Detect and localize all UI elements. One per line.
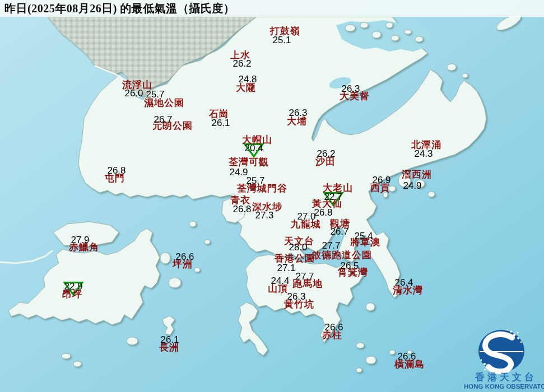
station-label: 荃灣可觀 (229, 157, 269, 167)
station-value: 26.3 (341, 84, 360, 94)
station-value: 24.9 (403, 181, 421, 190)
station-value: 26.2 (233, 59, 251, 68)
station-value: 24.9 (229, 167, 248, 177)
station-label: 滘西洲 (402, 170, 432, 179)
station-value: 25.7 (146, 90, 164, 99)
station-value: 27.3 (255, 211, 273, 220)
station-label: 香港公園 (275, 254, 315, 263)
station-value: 26.6 (175, 252, 194, 262)
station-value: 27.7 (295, 272, 314, 281)
station-value: 26.8 (107, 166, 125, 175)
station-value: 26.1 (160, 335, 179, 344)
station-value: 24.3 (414, 149, 433, 158)
station-value: 25.4 (354, 231, 373, 241)
station-value: 25.7 (246, 176, 264, 185)
station-value: 28.0 (289, 242, 307, 252)
station-value: 27.1 (277, 263, 295, 273)
station-value: 22.9 (64, 282, 82, 291)
hko-logo-name-chinese: 香港天文台 (467, 372, 544, 382)
station-value: 25.1 (272, 35, 291, 45)
station-value: 26.7 (330, 227, 348, 236)
station-value: 26.1 (211, 118, 230, 128)
station-value: 26.3 (287, 292, 305, 301)
station-value: 22.7 (324, 192, 342, 202)
weather-map-page: 昨日(2025年08月26日) 的最低氣溫（攝氏度） 25.1打鼓嶺26.2上水… (0, 0, 544, 392)
station-value: 26.8 (314, 208, 332, 217)
station-value: 26.5 (340, 261, 359, 270)
station-value: 27.7 (322, 241, 340, 250)
station-value: 26.0 (124, 88, 143, 98)
station-value: 26.6 (324, 323, 343, 332)
ma-wan-island (189, 221, 196, 227)
station-value: 26.6 (397, 352, 416, 361)
station-value: 24.8 (238, 74, 257, 84)
hko-logo-name-english: HONG KONG OBSERVATORY (464, 384, 544, 390)
station-value: 24.4 (271, 276, 289, 286)
map-title: 昨日(2025年08月26日) 的最低氣溫（攝氏度） (4, 2, 235, 15)
station-value: 27.0 (297, 212, 315, 221)
station-value: 26.3 (289, 108, 307, 118)
station-value: 26.7 (154, 115, 172, 124)
station-value: 27.9 (71, 235, 89, 245)
hong-kong-map (0, 0, 544, 392)
station-value: 26.8 (233, 204, 251, 214)
station-label: 啟德跑道公園 (311, 250, 372, 260)
station-value: 26.2 (317, 149, 335, 158)
station-value: 26.4 (394, 278, 413, 287)
station-value: 26.9 (372, 175, 390, 185)
station-value: 20.4 (244, 143, 263, 153)
